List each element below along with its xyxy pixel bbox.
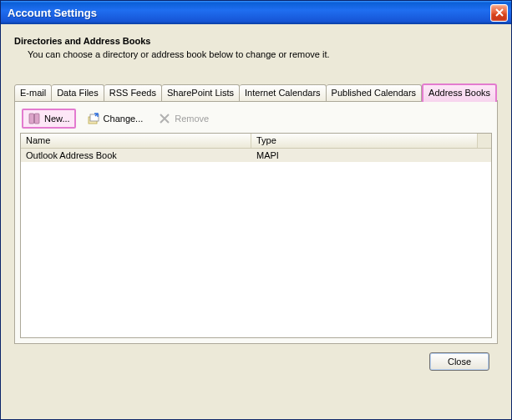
change-icon — [87, 112, 100, 125]
remove-button-label: Remove — [175, 114, 209, 124]
tab-internet-calendars[interactable]: Internet Calendars — [240, 84, 327, 102]
list-row[interactable]: Outlook Address Book MAPI — [21, 149, 491, 162]
content-area: Directories and Address Books You can ch… — [1, 24, 511, 419]
tab-sharepoint-lists[interactable]: SharePoint Lists — [162, 84, 240, 102]
new-button[interactable]: New... — [22, 109, 76, 129]
page-subheading: You can choose a directory or address bo… — [28, 49, 498, 59]
column-header-spacer — [478, 134, 491, 148]
toolbar: New... Change... Remove — [20, 106, 492, 133]
column-header-name[interactable]: Name — [21, 134, 251, 148]
tab-rss-feeds[interactable]: RSS Feeds — [104, 84, 162, 102]
tab-data-files[interactable]: Data Files — [52, 84, 104, 102]
account-settings-window: Account Settings Directories and Address… — [0, 0, 512, 420]
new-button-label: New... — [44, 114, 70, 124]
close-button[interactable]: Close — [429, 352, 489, 371]
book-icon — [28, 112, 41, 125]
close-icon — [495, 7, 504, 19]
tab-email[interactable]: E-mail — [14, 84, 52, 102]
change-button[interactable]: Change... — [83, 110, 148, 127]
column-header-type[interactable]: Type — [251, 134, 478, 148]
list-header: Name Type — [21, 134, 491, 149]
cell-name: Outlook Address Book — [21, 149, 251, 161]
svg-rect-0 — [29, 114, 34, 124]
remove-icon — [158, 112, 171, 125]
dialog-footer: Close — [14, 344, 498, 379]
tab-published-calendars[interactable]: Published Calendars — [327, 84, 423, 102]
tab-address-books[interactable]: Address Books — [422, 83, 497, 102]
list-body: Outlook Address Book MAPI — [21, 149, 491, 337]
svg-rect-1 — [35, 114, 40, 124]
window-title: Account Settings — [8, 7, 490, 19]
tabs-row: E-mail Data Files RSS Feeds SharePoint L… — [14, 83, 498, 101]
remove-button: Remove — [154, 110, 213, 127]
tab-panel: New... Change... Remove Name — [14, 100, 498, 344]
address-books-list: Name Type Outlook Address Book MAPI — [20, 133, 492, 338]
page-heading: Directories and Address Books — [14, 36, 498, 46]
change-button-label: Change... — [104, 114, 144, 124]
cell-type: MAPI — [251, 149, 491, 161]
close-window-button[interactable] — [490, 4, 508, 22]
titlebar: Account Settings — [1, 1, 511, 24]
